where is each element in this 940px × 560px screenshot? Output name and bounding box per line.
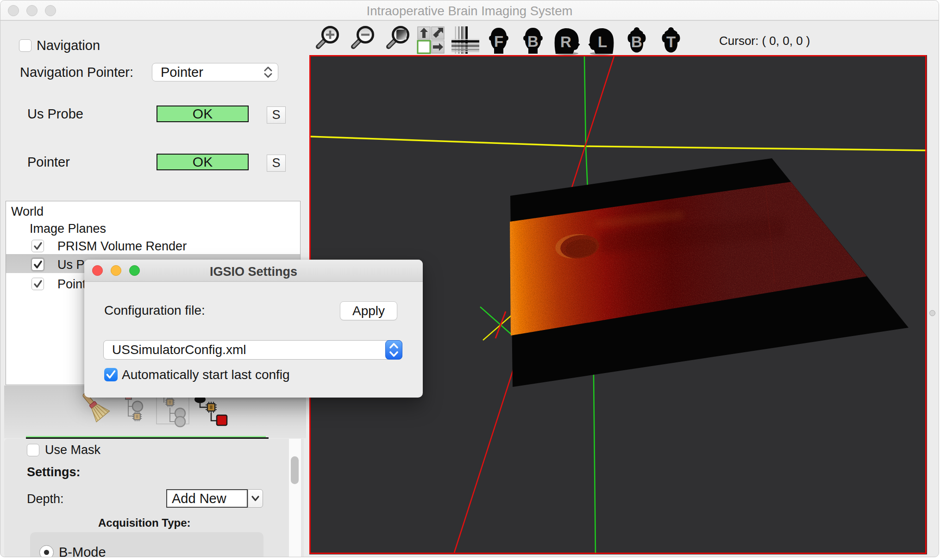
svg-text:B: B (631, 33, 642, 50)
svg-text:T: T (666, 33, 676, 50)
svg-text:R: R (560, 33, 571, 50)
svg-text:B: B (527, 33, 539, 50)
svg-text:F: F (494, 33, 503, 50)
svg-text:L: L (598, 33, 607, 50)
